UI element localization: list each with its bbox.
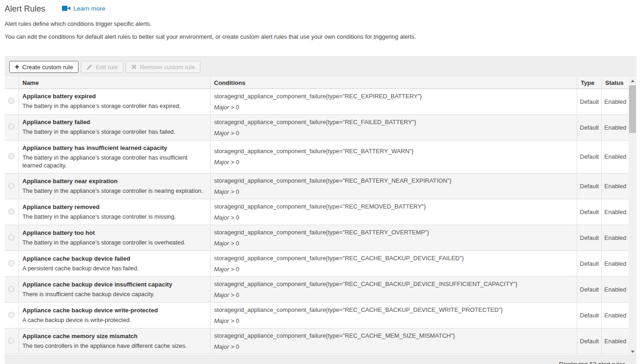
rule-condition-expression: storagegrid_appliance_component_failure{… xyxy=(214,93,573,100)
rule-condition-expression: storagegrid_appliance_component_failure{… xyxy=(214,255,573,262)
name-cell: Appliance battery removed The battery in… xyxy=(18,199,210,225)
rule-select-radio[interactable] xyxy=(8,338,14,344)
name-cell: Appliance battery has insufficient learn… xyxy=(18,140,210,173)
rule-condition-expression: storagegrid_appliance_component_failure{… xyxy=(214,203,573,210)
radio-cell xyxy=(5,199,18,225)
create-custom-rule-button[interactable]: + Create custom rule xyxy=(9,61,79,73)
x-icon xyxy=(131,64,137,70)
radio-cell xyxy=(5,277,18,303)
severity-threshold: > 0 xyxy=(231,159,239,166)
learn-more-label: Learn more xyxy=(73,5,105,12)
rule-status: Enabled xyxy=(601,173,629,199)
rule-description: The battery in the appliance’s storage c… xyxy=(23,102,206,110)
rule-status: Enabled xyxy=(601,303,629,328)
toolbar: + Create custom rule Edit rule Remove cu… xyxy=(5,57,636,77)
rule-severity-line: Major > 0 xyxy=(214,214,573,221)
conditions-cell: storagegrid_appliance_component_failure{… xyxy=(210,173,577,199)
rule-select-radio[interactable] xyxy=(8,260,14,266)
rule-select-radio[interactable] xyxy=(8,124,14,130)
rule-severity-line: Major > 0 xyxy=(214,266,573,273)
table-row: Appliance cache memory size mismatch The… xyxy=(5,328,629,354)
rule-severity-line: Major > 0 xyxy=(214,343,573,350)
rule-condition-expression: storagegrid_appliance_component_failure{… xyxy=(214,148,573,155)
table-row: Appliance battery has insufficient learn… xyxy=(5,140,629,173)
table-row: Appliance battery near expiration The ba… xyxy=(5,173,629,199)
radio-cell xyxy=(5,114,18,140)
rule-condition-expression: storagegrid_appliance_component_failure{… xyxy=(214,177,573,184)
page-description-1: Alert rules define which conditions trig… xyxy=(5,20,636,27)
rule-name: Appliance battery expired xyxy=(23,93,206,100)
name-cell: Appliance battery expired The battery in… xyxy=(18,89,210,114)
severity-label: Major xyxy=(214,240,230,247)
plus-icon: + xyxy=(15,63,19,71)
name-column-header: Name xyxy=(18,78,210,89)
rule-condition-expression: storagegrid_appliance_component_failure{… xyxy=(214,229,573,236)
edit-rule-button[interactable]: Edit rule xyxy=(81,61,123,73)
rule-condition-expression: storagegrid_appliance_component_failure{… xyxy=(214,280,573,287)
rule-type: Default xyxy=(577,328,601,354)
rule-severity-line: Major > 0 xyxy=(214,130,573,137)
severity-label: Major xyxy=(214,188,230,195)
table-row: Appliance cache backup device insufficie… xyxy=(5,277,629,303)
scroll-down-icon[interactable] xyxy=(629,348,636,355)
rule-select-radio[interactable] xyxy=(8,234,14,240)
rule-type: Default xyxy=(577,89,601,114)
rule-name: Appliance battery removed xyxy=(23,203,206,210)
rule-name: Appliance battery too hot xyxy=(23,229,206,236)
rule-severity-line: Major > 0 xyxy=(214,159,573,166)
rule-status: Enabled xyxy=(601,140,629,173)
rule-type: Default xyxy=(577,114,601,140)
severity-threshold: > 0 xyxy=(231,317,239,324)
table-scrollbar[interactable] xyxy=(629,78,636,355)
rule-description: The battery in the appliance’s storage c… xyxy=(23,154,206,170)
rule-select-radio[interactable] xyxy=(8,183,14,189)
rule-name: Appliance battery near expiration xyxy=(23,178,206,185)
rule-status: Enabled xyxy=(601,328,629,354)
remove-custom-rule-button[interactable]: Remove custom rule xyxy=(126,61,200,73)
rule-select-radio[interactable] xyxy=(8,153,14,159)
learn-more-link[interactable]: Learn more xyxy=(62,5,105,12)
severity-threshold: > 0 xyxy=(231,214,239,221)
pencil-icon xyxy=(86,64,92,70)
rule-description: The battery in the appliance’s storage c… xyxy=(23,128,206,136)
name-cell: Appliance cache backup device failed A p… xyxy=(18,251,210,277)
scrollbar-thumb[interactable] xyxy=(629,85,636,133)
rule-select-radio[interactable] xyxy=(8,209,14,215)
rule-select-radio[interactable] xyxy=(8,312,14,318)
type-column-header: Type xyxy=(577,78,601,89)
table-row: Appliance cache backup device failed A p… xyxy=(5,251,629,277)
conditions-column-header: Conditions xyxy=(210,78,577,89)
rule-name: Appliance cache backup device insufficie… xyxy=(23,281,206,288)
name-cell: Appliance cache memory size mismatch The… xyxy=(18,328,210,354)
conditions-cell: storagegrid_appliance_component_failure{… xyxy=(210,140,577,173)
table-row: Appliance battery failed The battery in … xyxy=(5,114,629,140)
severity-label: Major xyxy=(214,159,230,166)
rule-type: Default xyxy=(577,199,601,225)
rule-select-radio[interactable] xyxy=(8,98,14,104)
name-cell: Appliance cache backup device insufficie… xyxy=(18,277,210,303)
rule-description: A cache backup device is write-protected… xyxy=(23,316,206,324)
remove-custom-rule-label: Remove custom rule xyxy=(140,64,195,71)
radio-cell xyxy=(5,303,18,328)
create-custom-rule-label: Create custom rule xyxy=(22,64,73,71)
rule-type: Default xyxy=(577,303,601,328)
scroll-up-icon[interactable] xyxy=(629,78,636,84)
conditions-cell: storagegrid_appliance_component_failure{… xyxy=(210,251,577,277)
rule-status: Enabled xyxy=(601,89,629,114)
rule-status: Enabled xyxy=(601,251,629,277)
table-row: Appliance cache backup device write-prot… xyxy=(5,303,629,328)
rule-name: Appliance battery has insufficient learn… xyxy=(23,144,206,151)
severity-label: Major xyxy=(214,343,230,350)
rule-select-radio[interactable] xyxy=(8,286,14,292)
severity-label: Major xyxy=(214,130,230,137)
severity-label: Major xyxy=(214,104,230,111)
radio-cell xyxy=(5,140,18,173)
rule-type: Default xyxy=(577,277,601,303)
table-footer: Displaying 62 alert rules. xyxy=(5,355,636,364)
rule-description: A persistent cache backup device has fai… xyxy=(23,264,206,272)
severity-threshold: > 0 xyxy=(231,343,239,350)
severity-label: Major xyxy=(214,214,230,221)
rule-type: Default xyxy=(577,225,601,251)
conditions-cell: storagegrid_appliance_component_failure{… xyxy=(210,114,577,140)
alert-rules-panel: + Create custom rule Edit rule Remove cu… xyxy=(5,56,636,364)
